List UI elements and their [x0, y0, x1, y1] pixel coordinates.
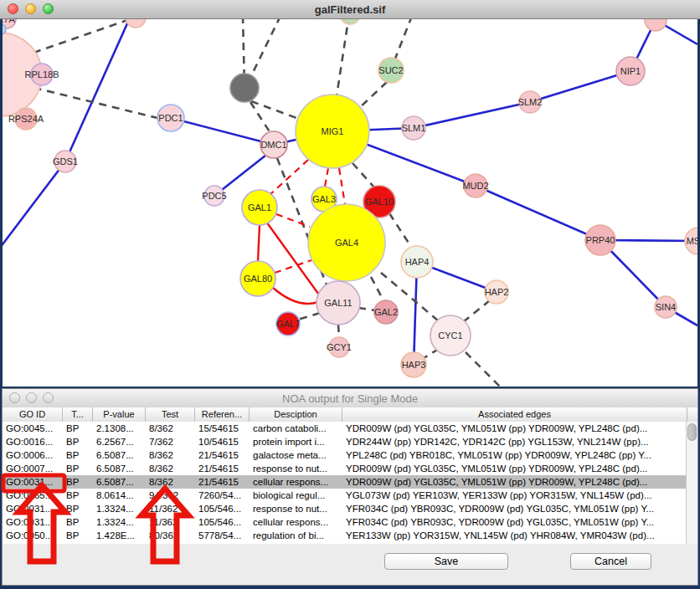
edge-gray-dash [389, 213, 411, 247]
node-label: GAL7 [276, 319, 300, 329]
table-cell: 6.5087... [93, 475, 146, 489]
node-GAL11[interactable]: GAL11 [317, 281, 360, 325]
table-row[interactable]: GO:0006...BP6.5087...8/36221/54615galact… [3, 448, 687, 462]
graph-window-titlebar[interactable]: galFiltered.sif [0, 0, 700, 19]
network-canvas[interactable]: 17ARPL18BRPS24AGDS1PDC1DMC1MIG1SUC2SLM1S… [3, 19, 697, 387]
node-NIP1[interactable]: NIP1 [616, 57, 645, 85]
node-GAL7[interactable]: GAL7 [276, 312, 300, 335]
table-cell: 7260/54... [195, 489, 250, 502]
scrollbar-thumb[interactable] [687, 423, 697, 441]
edge-red-dash [276, 214, 310, 227]
table-cell: 8/362 [146, 422, 195, 435]
column-header-t-[interactable]: T... [63, 407, 93, 422]
table-cell: 6.5087... [93, 462, 146, 475]
node-DMC1[interactable]: DMC1 [260, 131, 287, 158]
table-row[interactable]: GO:0016...BP6.2567...7/36210/54615protei… [3, 435, 687, 448]
column-header-associated-edges[interactable]: Associated edges [342, 407, 687, 422]
node-label: SIN4 [656, 302, 676, 312]
table-row[interactable]: GO:0007...BP6.5087...8/36221/54615respon… [3, 462, 687, 475]
table-row[interactable]: GO:0031...BP1.3324...11/362105/546...cel… [3, 515, 687, 529]
minimize-button[interactable] [25, 3, 36, 14]
node-HAP2[interactable]: HAP2 [485, 280, 509, 304]
node-SUC2[interactable]: SUC2 [378, 58, 404, 83]
node-label: PDC1 [158, 113, 183, 123]
node-GAL80[interactable]: GAL80 [240, 261, 275, 296]
table-cell: 6.5087... [93, 448, 146, 462]
table-cell: response to nut... [250, 502, 342, 515]
node-label: SUC2 [378, 65, 403, 75]
table-row[interactable]: GO:0065...BP8.0614...94/3627260/54...bio… [3, 489, 687, 502]
table-cell: 15/54615 [195, 422, 250, 435]
cytoscape-desktop: { "top_window": { "title": "galFiltered.… [0, 0, 700, 589]
node-unlabeled[interactable] [230, 74, 259, 102]
node-SLM2[interactable]: SLM2 [518, 91, 543, 113]
node-unlabeled[interactable] [340, 19, 360, 24]
edge-gray-dash [353, 163, 374, 187]
edge-red [273, 288, 318, 304]
node-label: NIP1 [620, 66, 641, 76]
node-HAP3[interactable]: HAP3 [401, 352, 426, 377]
noa-output-window: NOA output for Single Mode GO IDT...P-va… [2, 388, 698, 586]
zoom-button[interactable] [43, 3, 54, 14]
edge-gray-dash [338, 325, 339, 338]
node-circle[interactable] [645, 19, 667, 31]
node-GAL4[interactable]: GAL4 [308, 204, 385, 281]
node-label: GAL1 [248, 202, 271, 213]
node-PDC1[interactable]: PDC1 [157, 105, 184, 131]
edge-gray-dash [463, 300, 490, 322]
table-cell: 8/362 [146, 462, 195, 475]
node-HAP4[interactable]: HAP4 [401, 246, 433, 278]
table-row[interactable]: GO:0050...BP1.428E...80/3625778/54...reg… [3, 529, 687, 542]
table-cell: BP [63, 448, 93, 462]
table-cell: YFR034C (pd) YBR093C, YDR009W (pd) YGL03… [342, 502, 687, 515]
node-MSL1[interactable]: MSL1 [685, 228, 697, 254]
column-header-p-value[interactable]: P-value [93, 407, 146, 422]
node-circle[interactable] [340, 19, 360, 24]
node-label: GAL3 [312, 194, 336, 204]
table-cell: 80/362 [146, 529, 195, 542]
node-SLM1[interactable]: SLM1 [402, 116, 426, 140]
minimize-button[interactable] [26, 392, 37, 403]
node-CYC1[interactable]: CYC1 [430, 315, 471, 356]
node-GAL1[interactable]: GAL1 [242, 190, 277, 225]
node-circle[interactable] [230, 74, 259, 102]
node-circle[interactable] [126, 19, 146, 28]
column-header-test[interactable]: Test [146, 407, 195, 422]
edge-blue [476, 186, 600, 240]
column-header-go-id[interactable]: GO ID [3, 407, 63, 422]
node-label: GCY1 [327, 342, 352, 352]
edge-blue [530, 71, 631, 102]
node-unlabeled[interactable] [126, 19, 146, 28]
node-MUD2[interactable]: MUD2 [462, 174, 488, 197]
table-cell: YFR034C (pd) YBR093C, YDR009W (pd) YGL03… [342, 515, 687, 529]
node-GDS1[interactable]: GDS1 [53, 151, 78, 172]
table-row[interactable]: GO:0031...BP1.3324...11/362105/546...res… [3, 502, 687, 515]
table-row[interactable]: GO:0031...BP6.5087...8/36221/54615cellul… [3, 475, 687, 489]
node-unlabeled[interactable] [645, 19, 667, 31]
node-MIG1[interactable]: MIG1 [296, 95, 369, 168]
table-row[interactable]: GO:0045...BP2.1308...8/36215/54615carbon… [3, 422, 687, 435]
node-label: GDS1 [53, 156, 78, 166]
zoom-button[interactable] [43, 392, 54, 403]
table-cell: GO:0050... [3, 529, 63, 542]
column-header-referen-[interactable]: Referen... [195, 407, 250, 422]
close-button[interactable] [8, 3, 18, 14]
node-GCY1[interactable]: GCY1 [327, 337, 352, 357]
node-GAL2[interactable]: GAL2 [374, 300, 398, 324]
cancel-button[interactable]: Cancel [570, 553, 651, 570]
edge-gray-dash [395, 19, 412, 59]
column-header-desciption[interactable]: Desciption [250, 407, 342, 422]
node-label: HAP4 [405, 257, 430, 267]
table-cell: response to nut... [250, 462, 342, 475]
save-button[interactable]: Save [384, 553, 508, 570]
node-PRP40[interactable]: PRP40 [585, 225, 615, 255]
vertical-scrollbar[interactable] [686, 422, 697, 544]
node-label: MSL1 [687, 236, 697, 246]
noa-window-title: NOA output for Single Mode [282, 392, 418, 405]
node-SIN4[interactable]: SIN4 [655, 296, 677, 318]
table-cell: cellular respons... [250, 515, 342, 529]
table-cell: 10/54615 [195, 435, 250, 448]
close-button[interactable] [9, 392, 20, 403]
noa-window-controls [9, 392, 54, 403]
noa-window-titlebar[interactable]: NOA output for Single Mode [3, 389, 697, 408]
